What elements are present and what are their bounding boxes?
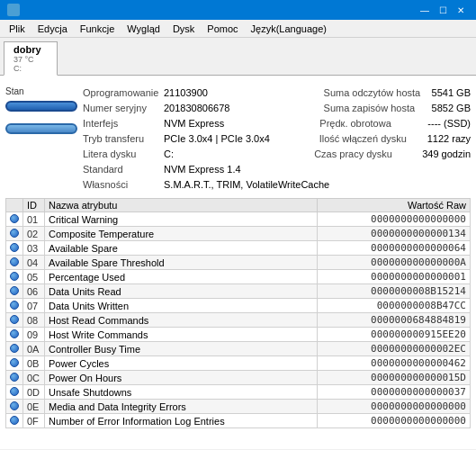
row-icon xyxy=(6,227,23,241)
table-row: 03 Available Spare 0000000000000064 xyxy=(6,241,471,256)
info-row-wlasnosci: Własności S.M.A.R.T., TRIM, VolatileWrit… xyxy=(83,178,471,193)
row-icon xyxy=(6,241,23,256)
tab-drive-1[interactable]: dobry 37 °C C: xyxy=(4,41,58,76)
row-id: 0F xyxy=(23,414,45,428)
row-icon xyxy=(6,299,23,313)
row-value: 000000000000000A xyxy=(317,256,470,270)
row-id: 04 xyxy=(23,256,45,270)
menu-item-dysk[interactable]: Dysk xyxy=(167,22,200,36)
status-icon xyxy=(10,387,19,396)
status-icon xyxy=(10,416,19,425)
row-name: Percentage Used xyxy=(45,270,318,284)
row-name: Controller Busy Time xyxy=(45,342,318,356)
minimize-button[interactable]: — xyxy=(417,2,433,18)
stan-label: Stan xyxy=(5,86,77,96)
row-name: Power On Hours xyxy=(45,371,318,385)
row-icon xyxy=(6,313,23,328)
table-row: 09 Host Write Commands 000000000915EE20 xyxy=(6,328,471,342)
row-icon xyxy=(6,328,23,342)
row-name: Host Read Commands xyxy=(45,313,318,328)
row-name: Power Cycles xyxy=(45,356,318,371)
col-header-id: ID xyxy=(23,199,45,212)
info-row-standard: Standard NVM Express 1.4 xyxy=(83,163,471,177)
table-row: 05 Percentage Used 0000000000000001 xyxy=(6,270,471,284)
table-row: 07 Data Units Written 0000000008B47CC xyxy=(6,299,471,313)
row-value: 0000000000000001 xyxy=(317,270,470,284)
tab-health: dobry xyxy=(13,44,48,55)
col-header-value: Wartość Raw xyxy=(317,199,470,212)
table-row: 04 Available Spare Threshold 00000000000… xyxy=(6,256,471,270)
health-badge xyxy=(5,101,77,112)
row-icon xyxy=(6,414,23,428)
row-icon xyxy=(6,342,23,356)
title-bar-left xyxy=(7,4,25,16)
row-value: 000000000000015D xyxy=(317,371,470,385)
status-icon xyxy=(10,214,19,223)
info-row-oprogramowanie: Oprogramowanie 21103900 Suma odczytów ho… xyxy=(83,86,471,101)
row-value: 0000000008B47CC xyxy=(317,299,470,313)
main-content: Stan Oprogramowanie 21103900 Suma odczyt… xyxy=(0,75,476,449)
table-row: 02 Composite Temperature 000000000000013… xyxy=(6,227,471,241)
row-value: 0000000000000134 xyxy=(317,227,470,241)
status-icon xyxy=(10,401,19,410)
row-id: 03 xyxy=(23,241,45,256)
info-section: Stan Oprogramowanie 21103900 Suma odczyt… xyxy=(5,86,471,193)
row-value: 00000000000002EC xyxy=(317,342,470,356)
status-icon xyxy=(10,344,19,353)
menu-item-wygld[interactable]: Wygląd xyxy=(121,22,166,36)
row-value: 0000000684884819 xyxy=(317,313,470,328)
row-value: 0000000000000064 xyxy=(317,241,470,256)
row-id: 02 xyxy=(23,227,45,241)
row-name: Data Units Read xyxy=(45,284,318,299)
menu-item-pomoc[interactable]: Pomoc xyxy=(202,22,243,36)
info-row-numer: Numer seryjny 201830806678 Suma zapisów … xyxy=(83,102,471,116)
row-id: 0D xyxy=(23,385,45,400)
maximize-button[interactable]: ☐ xyxy=(435,2,451,18)
close-button[interactable]: ✕ xyxy=(453,2,469,18)
menu-item-plik[interactable]: Plik xyxy=(4,22,31,36)
table-row: 0D Unsafe Shutdowns 0000000000000037 xyxy=(6,385,471,400)
row-id: 0A xyxy=(23,342,45,356)
row-value: 000000000915EE20 xyxy=(317,328,470,342)
row-name: Critical Warning xyxy=(45,212,318,227)
row-name: Composite Temperature xyxy=(45,227,318,241)
menu-item-edycja[interactable]: Edycja xyxy=(32,22,73,36)
row-name: Media and Data Integrity Errors xyxy=(45,400,318,414)
app-icon xyxy=(7,4,20,16)
row-name: Available Spare Threshold xyxy=(45,256,318,270)
menu-item-jzyklanguage[interactable]: Język(Language) xyxy=(246,22,332,36)
menu-bar: PlikEdycjaFunkcjeWyglądDyskPomocJęzyk(La… xyxy=(0,20,476,38)
title-bar: — ☐ ✕ xyxy=(0,0,476,20)
attributes-table: ID Nazwa atrybutu Wartość Raw 01 Critica… xyxy=(5,198,471,428)
table-row: 0A Controller Busy Time 00000000000002EC xyxy=(6,342,471,356)
table-row: 01 Critical Warning 0000000000000000 xyxy=(6,212,471,227)
status-icon xyxy=(10,358,19,367)
row-id: 07 xyxy=(23,299,45,313)
left-panel: Stan xyxy=(5,86,77,193)
row-name: Available Spare xyxy=(45,241,318,256)
info-row-transfer: Tryb transferu PCIe 3.0x4 | PCIe 3.0x4 I… xyxy=(83,132,471,147)
row-value: 0000000000000037 xyxy=(317,385,470,400)
tab-drive-letter: C: xyxy=(13,64,48,73)
status-icon xyxy=(10,286,19,295)
row-value: 0000000000000000 xyxy=(317,400,470,414)
status-icon xyxy=(10,329,19,338)
table-row: 0E Media and Data Integrity Errors 00000… xyxy=(6,400,471,414)
row-id: 08 xyxy=(23,313,45,328)
table-row: 0C Power On Hours 000000000000015D xyxy=(6,371,471,385)
table-row: 0B Power Cycles 0000000000000462 xyxy=(6,356,471,371)
row-icon xyxy=(6,212,23,227)
row-name: Number of Error Information Log Entries xyxy=(45,414,318,428)
row-icon xyxy=(6,256,23,270)
menu-item-funkcje[interactable]: Funkcje xyxy=(75,22,121,36)
row-id: 0C xyxy=(23,371,45,385)
row-name: Data Units Written xyxy=(45,299,318,313)
status-icon xyxy=(10,373,19,382)
row-value: 0000000000000462 xyxy=(317,356,470,371)
row-icon xyxy=(6,284,23,299)
status-icon xyxy=(10,229,19,238)
row-id: 0E xyxy=(23,400,45,414)
temp-badge xyxy=(5,123,77,134)
row-id: 0B xyxy=(23,356,45,371)
window-controls[interactable]: — ☐ ✕ xyxy=(417,2,469,18)
